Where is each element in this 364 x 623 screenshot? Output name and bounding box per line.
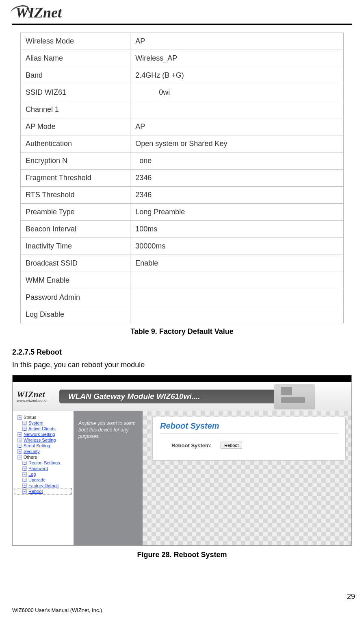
banner-logo-sub: www.wiznet.co.kr	[17, 399, 47, 403]
logo-text: WIZnet	[15, 4, 62, 21]
table-value: 2346	[130, 187, 344, 204]
wiznet-logo: WIZnet	[12, 4, 62, 21]
table-row: Password Admin	[21, 289, 344, 306]
table-row: Preamble TypeLong Preamble	[21, 204, 344, 221]
page-number: 29	[347, 593, 355, 601]
table-key: Broadcast SSID	[21, 255, 130, 272]
table-key: AP Mode	[21, 118, 130, 135]
table-value	[130, 289, 344, 306]
table-key: Beacon Interval	[21, 221, 130, 238]
footer-left: WIZ6000 User's Manual	[12, 607, 69, 613]
table-value: Enable	[130, 255, 344, 272]
minus-icon: −	[17, 449, 22, 454]
reboot-button[interactable]: Reboot	[221, 442, 242, 449]
table-value: 2346	[130, 170, 344, 187]
table-row: Encryption None	[21, 152, 344, 170]
content-area: Reboot System Reboot System: Reboot	[143, 411, 351, 545]
nav-system[interactable]: −System	[15, 420, 71, 426]
hint-text: Anytime you want to warm boot this devic…	[78, 420, 136, 439]
banner-logo-text: WIZnet	[17, 389, 45, 399]
table-key: Authentication	[21, 135, 130, 152]
table-value: AP	[130, 33, 344, 50]
page-header: WIZnet	[0, 4, 364, 24]
panel-title: Reboot System	[160, 421, 338, 433]
minus-icon: −	[22, 421, 27, 425]
minus-icon: −	[22, 472, 27, 477]
table-row: AP ModeAP	[21, 118, 344, 135]
table-row: Band2.4GHz (B +G)	[21, 67, 344, 84]
reboot-panel: Reboot System Reboot System: Reboot	[152, 417, 346, 461]
table-key: RTS Threshold	[21, 187, 130, 204]
footer-company: (WIZnet, Inc.)	[70, 607, 102, 613]
footer: WIZ6000 User's Manual (WIZnet, Inc.)	[12, 607, 102, 613]
table-row: Beacon Interval100ms	[21, 221, 344, 238]
table-value: one	[130, 152, 344, 170]
table-value: Long Preamble	[130, 204, 344, 221]
nav-upgrade[interactable]: −Upgrade	[15, 477, 71, 483]
reboot-screenshot: WIZnet www.wiznet.co.kr WLAN Gateway Mod…	[12, 375, 352, 546]
table-value	[130, 101, 344, 118]
reboot-label: Reboot System:	[171, 442, 212, 449]
minus-icon: −	[22, 478, 27, 482]
table-row: Inactivity Time30000ms	[21, 238, 344, 255]
table-row: AuthenticationOpen system or Shared Key	[21, 135, 344, 152]
table-row: Channel 1	[21, 101, 344, 118]
table-value: 2.4GHz (B +G)	[130, 67, 344, 84]
banner-logo: WIZnet www.wiznet.co.kr	[17, 390, 47, 403]
module-photo-icon	[274, 384, 315, 409]
nav-active-clients[interactable]: −Active Clients	[15, 426, 71, 431]
table-row: Log Disable	[21, 306, 344, 323]
nav-factory-default[interactable]: −Factory Default	[15, 483, 71, 488]
minus-icon: −	[22, 484, 27, 488]
table-value	[130, 272, 344, 289]
minus-icon: −	[22, 489, 27, 494]
table-key: Fragment Threshold	[21, 170, 130, 187]
table-row: WMM Enable	[21, 272, 344, 289]
nav-serial-setting[interactable]: −Serial Setting	[15, 443, 71, 449]
table-value: 100ms	[130, 221, 344, 238]
table-row: Fragment Threshold2346	[21, 170, 344, 187]
table-key: SSID WIZ61	[21, 84, 130, 101]
minus-icon: −	[17, 432, 22, 437]
nav-network-setting[interactable]: −Network Setting	[15, 431, 71, 437]
table-caption: Table 9. Factory Default Value	[0, 327, 364, 336]
minus-icon: −	[22, 461, 27, 465]
table-key: Log Disable	[21, 306, 130, 323]
table-value: 0wi	[130, 84, 344, 101]
hint-panel: Anytime you want to warm boot this devic…	[74, 411, 143, 545]
minus-icon: −	[22, 466, 27, 471]
minus-icon: −	[22, 427, 27, 431]
nav-log[interactable]: −Log	[15, 471, 71, 477]
titlebar	[13, 375, 351, 382]
nav-region-settings[interactable]: −Region Settings	[15, 460, 71, 466]
nav-others[interactable]: −Others	[15, 454, 71, 460]
table-value: Wireless_AP	[130, 50, 344, 67]
table-value: 30000ms	[130, 238, 344, 255]
table-value	[130, 306, 344, 323]
table-row: RTS Threshold2346	[21, 187, 344, 204]
nav-wireless-setting[interactable]: −Wireless Setting	[15, 437, 71, 443]
table-value: Open system or Shared Key	[130, 135, 344, 152]
table-key: Wireless Mode	[21, 33, 130, 50]
banner: WIZnet www.wiznet.co.kr WLAN Gateway Mod…	[13, 382, 351, 411]
nav-reboot[interactable]: −Reboot	[15, 488, 71, 494]
minus-icon: −	[17, 438, 22, 442]
header-divider	[12, 24, 352, 25]
table-key: Encryption N	[21, 152, 130, 170]
nav-security[interactable]: −Security	[15, 449, 71, 454]
factory-default-table: Wireless ModeAPAlias NameWireless_APBand…	[20, 33, 344, 323]
nav-status[interactable]: −Status	[15, 414, 71, 420]
table-row: Wireless ModeAP	[21, 33, 344, 50]
table-key: Password Admin	[21, 289, 130, 306]
table-key: Inactivity Time	[21, 238, 130, 255]
table-row: SSID WIZ610wi	[21, 84, 344, 101]
table-key: WMM Enable	[21, 272, 130, 289]
nav-password[interactable]: −Password	[15, 466, 71, 471]
table-value: AP	[130, 118, 344, 135]
table-row: Broadcast SSIDEnable	[21, 255, 344, 272]
table-key: Channel 1	[21, 101, 130, 118]
figure-caption: Figure 28. Reboot System	[0, 551, 364, 559]
minus-icon: −	[17, 444, 22, 448]
table-key: Alias Name	[21, 50, 130, 67]
sidebar-nav: −Status −System −Active Clients −Network…	[13, 411, 74, 545]
